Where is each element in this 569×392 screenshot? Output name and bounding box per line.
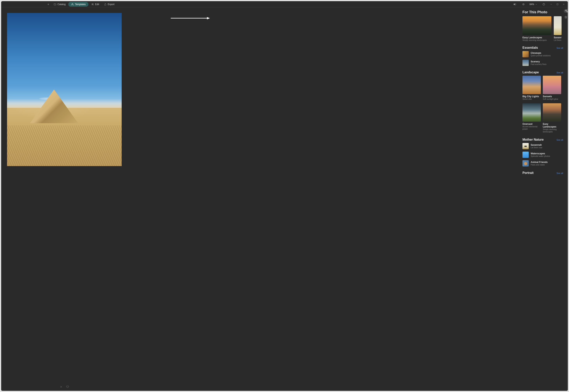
portrait-title: Portrait [522,171,534,175]
app-window: Catalog Templates Edit Export [1,1,568,391]
template-thumb [522,76,541,94]
template-desc: Paws and claws [531,164,548,166]
sparkle-icon [71,3,74,6]
template-row-closeups[interactable]: Closeups Quick portrait solutions [522,51,564,57]
template-title: Sunsets [543,95,561,98]
templates-tab[interactable]: Templates [68,2,88,7]
template-title: Big City Lights [522,95,541,98]
zoom-value: 84% [529,3,534,6]
template-row-animal-friends[interactable]: Animal Friends Paws and claws [522,160,564,167]
photo-actions [7,383,122,391]
template-row-savannah[interactable]: Savannah Let them roar [522,143,564,149]
essentials-list: Closeups Quick portrait solutions Scener… [522,51,564,66]
main-area: For This Photo Easy Landscapes Simply st… [1,7,568,391]
template-desc: Let them roar [554,39,562,41]
template-desc: Splendid water photos [531,155,550,157]
chevron-down-icon [535,3,538,6]
export-icon [104,3,107,6]
catalog-label: Catalog [57,3,66,6]
template-title: Overcast [522,123,541,125]
help-button[interactable] [541,2,546,6]
for-this-photo-row: Easy Landscapes Simply stunning landscap… [522,16,564,41]
template-desc: Simply stunning landscapes [522,39,551,41]
svg-point-2 [93,4,93,5]
template-row-waterscapes[interactable]: Waterscapes Splendid water photos [522,152,564,158]
svg-rect-4 [515,3,516,5]
template-desc: Let them roar [531,147,542,149]
templates-rail-button[interactable] [564,9,568,13]
reject-button[interactable] [60,385,63,389]
sliders-icon [91,3,94,6]
svg-point-1 [92,4,93,4]
template-title: Savannah [554,36,562,39]
favorite-button[interactable] [66,385,69,389]
mother-nature-list: Savannah Let them roar Waterscapes Splen… [522,143,564,167]
for-this-photo-title: For This Photo [522,9,564,16]
template-title: Savannah [531,144,542,146]
template-thumb [522,160,529,167]
template-desc: Quick portrait solutions [531,55,551,57]
template-title: Easy Landscapes [522,36,551,39]
template-card-savannah[interactable]: Savannah Let them roar [554,16,562,41]
template-thumb [522,16,551,35]
template-thumb [554,16,562,35]
template-thumb [543,103,561,122]
svg-point-0 [93,3,93,4]
template-card-easy-landscapes-2[interactable]: Easy Landscapes Simply stunning landscap… [543,103,561,133]
plus-icon [47,3,50,6]
template-desc: Simply stunning landscapes [543,128,561,133]
help-icon [542,3,545,6]
template-desc: Street vibe [522,98,541,100]
template-desc: Fast scenery fixes [531,63,546,65]
compare-view-button[interactable] [512,2,517,6]
preview-button[interactable] [521,2,526,6]
template-thumb [522,103,541,122]
svg-rect-7 [557,3,558,5]
template-card-sunsets[interactable]: Sunsets Soft sunlight glow [543,76,561,100]
template-row-scenery[interactable]: Scenery Fast scenery fixes [522,60,564,66]
close-button[interactable] [562,3,565,6]
template-title: Animal Friends [531,161,548,164]
add-button[interactable] [46,2,51,6]
favorites-rail-button[interactable] [564,15,568,19]
mother-nature-title: Mother Nature [522,138,543,141]
edit-tab[interactable]: Edit [89,2,101,6]
topbar: Catalog Templates Edit Export [1,1,568,7]
template-card-easy-landscapes[interactable]: Easy Landscapes Simply stunning landscap… [522,16,551,41]
svg-rect-3 [514,3,515,5]
svg-point-5 [523,4,524,5]
template-card-overcast[interactable]: Overcast Accent elemental power [522,103,541,133]
photo[interactable] [7,13,122,166]
portrait-see-all[interactable]: See all [556,172,563,174]
template-thumb [543,76,561,94]
template-card-big-city-lights[interactable]: Big City Lights Street vibe [522,76,541,100]
templates-panel[interactable]: For This Photo Easy Landscapes Simply st… [522,7,564,391]
landscape-see-all[interactable]: See all [556,71,563,74]
export-tab[interactable]: Export [102,2,117,6]
minimize-button[interactable] [550,3,553,6]
essentials-title: Essentials [522,46,538,49]
template-thumb [522,60,529,66]
eye-icon [522,3,525,6]
template-title: Closeups [531,52,551,54]
templates-label: Templates [75,3,86,6]
folder-icon [54,3,56,6]
zoom-dropdown[interactable]: 84% [529,3,538,6]
landscape-grid: Big City Lights Street vibe Sunsets Soft… [522,76,564,133]
compare-icon [513,3,516,6]
dune-peak-decoration [30,90,78,123]
template-title: Waterscapes [531,152,550,155]
canvas-area [1,7,522,391]
mother-nature-see-all[interactable]: See all [556,139,563,141]
template-thumb [522,143,529,149]
template-desc: Soft sunlight glow [543,98,561,100]
landscape-title: Landscape [522,71,539,74]
canvas-viewport[interactable] [1,7,522,383]
maximize-button[interactable] [556,3,559,6]
export-label: Export [108,3,115,6]
catalog-tab[interactable]: Catalog [52,2,68,6]
template-thumb [522,51,529,57]
template-thumb [522,152,529,158]
template-desc: Accent elemental power [522,126,541,130]
essentials-see-all[interactable]: See all [556,47,563,49]
